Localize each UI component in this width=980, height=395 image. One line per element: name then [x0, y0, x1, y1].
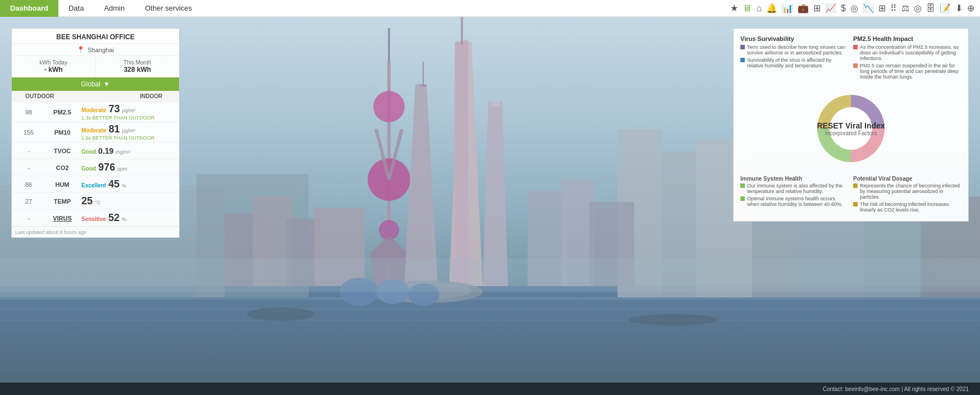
home-icon[interactable]: ⌂ [756, 3, 762, 13]
row-co2: - CO2 Good 976 ppm [12, 159, 179, 176]
pm25-bullet-1: As the concentration of PM2.5 increases,… [853, 44, 961, 61]
global-selector[interactable]: Global ▼ [12, 77, 179, 91]
hum-outdoor: 86 [12, 181, 45, 188]
virus-metric: VIRUS [45, 215, 79, 222]
yellow-square-icon-2 [853, 202, 858, 206]
co2-unit: ppm [117, 166, 127, 172]
right-panel: Virus Survivability Term used to describ… [733, 28, 969, 222]
energy-month-label: This Month [98, 59, 177, 66]
row-temp: 27 TEMP 25 °C [12, 193, 179, 210]
temp-metric: TEMP [45, 198, 79, 205]
pm25-indoor: Moderate 73 μg/m³ 1.3x BETTER THAN OUTDO… [79, 102, 179, 122]
svg-point-19 [373, 91, 405, 122]
doc-icon[interactable]: 📝 [940, 3, 951, 13]
pm25-status: Moderate [81, 107, 106, 113]
hum-unit: % [122, 183, 126, 189]
virus-value: 52 [108, 212, 120, 224]
circle-icon[interactable]: ◎ [850, 3, 858, 13]
donut-main-text: RESET Viral Index [817, 121, 885, 130]
chevron-down-icon: ▼ [103, 80, 110, 88]
energy-section: kWh Today - kWh This Month 328 kWh [12, 56, 179, 77]
immune-section: Immune System Health Our immune system i… [740, 176, 849, 214]
hum-indoor: Excellent 45 % [79, 177, 179, 191]
virus-bullet-1: Term used to describe how long viruses c… [740, 44, 849, 56]
viral-dosage-section: Potential Viral Dosage Represents the ch… [853, 176, 961, 214]
tab-data[interactable]: Data [58, 0, 94, 17]
pm25-unit: μg/m³ [122, 108, 135, 113]
panel-title: BEE SHANGHAI OFFICE [12, 29, 179, 44]
pm10-metric: PM10 [45, 129, 79, 136]
monitor-icon[interactable]: 🖥 [743, 3, 752, 13]
hum-metric: HUM [45, 181, 79, 188]
co2-status: Good [81, 166, 96, 172]
energy-today-value: - kWh [14, 66, 93, 74]
panel-footer: Last updated about 8 hours ago [12, 227, 179, 237]
immune-bullet-1: Our immune system is also affected by th… [740, 183, 849, 194]
svg-rect-2 [0, 297, 980, 300]
temp-value: 25 [81, 195, 93, 207]
temp-indoor: 25 °C [79, 194, 179, 208]
grid-icon[interactable]: ⊞ [813, 3, 821, 13]
immune-title: Immune System Health [740, 176, 849, 182]
purple-square-icon [740, 45, 745, 49]
bell-icon[interactable]: 🔔 [766, 3, 777, 13]
line-chart-icon[interactable]: 📈 [825, 3, 836, 13]
co2-metric: CO2 [45, 164, 79, 171]
pm25-better: 1.3x BETTER THAN OUTDOOR [81, 115, 154, 121]
blue-square-icon [740, 58, 745, 62]
bar-chart-icon[interactable]: 📊 [782, 3, 793, 13]
tvoc-value: 0.19 [98, 146, 113, 155]
virus-unit: % [122, 217, 126, 222]
star-icon[interactable]: ★ [730, 3, 738, 13]
svg-rect-45 [0, 258, 980, 292]
footer-text: Contact: beeinfo@bee-inc.com | All right… [823, 386, 969, 392]
tab-dashboard[interactable]: Dashboard [0, 0, 58, 17]
dollar-icon[interactable]: $ [841, 3, 846, 13]
nav-icon-bar: ★ 🖥 ⌂ 🔔 📊 💼 ⊞ 📈 $ ◎ 📉 ⊞ ⠿ ⚖ ◎ 🗄 📝 ⬇ ⊕ [730, 3, 980, 13]
scale-icon[interactable]: ⚖ [901, 3, 909, 13]
outdoor-header: OUTDOOR [12, 91, 67, 102]
tvoc-unit: mg/m³ [116, 149, 130, 155]
energy-today-label: kWh Today [14, 59, 93, 66]
svg-rect-1 [0, 286, 980, 395]
co2-outdoor: - [12, 164, 45, 171]
pm25-metric: PM2.5 [45, 109, 79, 116]
svg-rect-3 [0, 309, 980, 310]
yellow-square-icon [853, 183, 858, 188]
plus-circle-icon[interactable]: ⊕ [967, 3, 974, 13]
green-square-icon-2 [740, 196, 745, 201]
viral-bullet-2: The risk of becoming infected increases … [853, 201, 961, 213]
energy-month: This Month 328 kWh [96, 56, 180, 77]
virus-title: Virus Survivability [740, 35, 849, 42]
svg-marker-16 [454, 39, 469, 286]
viral-title: Potential Viral Dosage [853, 176, 961, 182]
tab-admin[interactable]: Admin [94, 0, 135, 17]
temp-outdoor: 27 [12, 198, 45, 205]
briefcase-icon[interactable]: 💼 [798, 3, 809, 13]
tiles-icon[interactable]: ⊞ [878, 3, 886, 13]
dots-icon[interactable]: ⠿ [890, 3, 897, 13]
location-text: Shanghai [88, 47, 114, 53]
download-icon[interactable]: ⬇ [955, 3, 963, 13]
pm25-bullet-2: PM2.5 can remain suspended in the air fo… [853, 63, 961, 80]
tab-other-services[interactable]: Other services [135, 0, 202, 17]
selector-text: Global [81, 80, 100, 88]
co2-indoor: Good 976 ppm [79, 160, 179, 174]
svg-point-44 [629, 314, 718, 325]
tvoc-metric: TVOC [45, 148, 79, 154]
pm25-health-title: PM2.5 Health Impact [853, 35, 961, 42]
spacer-header [67, 91, 123, 102]
virus-survivability-section: Virus Survivability Term used to describ… [740, 35, 849, 81]
target-icon[interactable]: ◎ [914, 3, 922, 13]
tvoc-outdoor: - [12, 148, 45, 154]
orange-square-icon [853, 63, 858, 68]
row-hum: 86 HUM Excellent 45 % [12, 176, 179, 193]
red-square-icon [853, 45, 858, 49]
location-icon: 📍 [77, 46, 85, 53]
pm10-outdoor: 155 [12, 129, 45, 136]
database-icon[interactable]: 🗄 [926, 3, 935, 13]
left-panel: BEE SHANGHAI OFFICE 📍 Shanghai kWh Today… [11, 28, 180, 238]
pm10-status: Moderate [81, 127, 106, 134]
area-chart-icon[interactable]: 📉 [863, 3, 874, 13]
row-virus: - VIRUS Sensitive 52 % [12, 210, 179, 227]
